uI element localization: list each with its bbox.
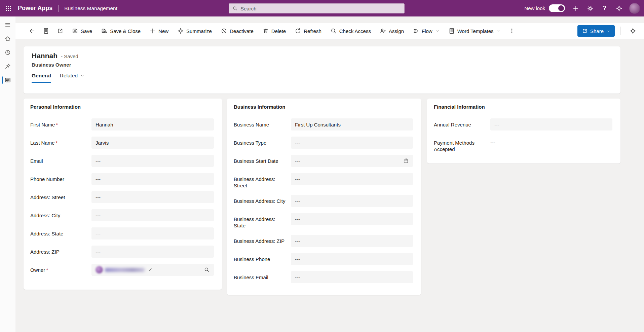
summarize-button[interactable]: Summarize [174, 25, 216, 37]
command-bar-divider [620, 27, 621, 35]
new-label: New [158, 28, 168, 34]
back-button[interactable] [26, 25, 38, 37]
business-start-date-input[interactable]: --- [291, 155, 413, 167]
nav-pinned-button[interactable] [0, 62, 15, 70]
phone-number-label: Phone Number [30, 173, 87, 182]
calendar-icon[interactable] [403, 158, 409, 164]
app-name[interactable]: Power Apps [18, 5, 52, 12]
nav-business-owners-button[interactable] [0, 76, 15, 84]
address-city-input[interactable]: --- [91, 209, 214, 221]
field-row-address-street: Address: Street --- [30, 191, 214, 203]
required-asterisk: * [56, 122, 58, 127]
save-label: Save [81, 28, 92, 34]
record-title: Hannah [32, 52, 58, 60]
new-look-toggle[interactable] [549, 4, 565, 12]
copilot-icon [630, 28, 636, 34]
check-access-button[interactable]: Check Access [327, 25, 375, 37]
refresh-icon [295, 28, 301, 34]
field-row-owner: Owner* [30, 264, 214, 276]
waffle-menu-button[interactable] [0, 0, 16, 16]
chevron-down-icon [80, 73, 85, 78]
new-button[interactable]: New [146, 25, 172, 37]
chevron-down-icon [606, 29, 610, 33]
field-row-address-city: Address: City --- [30, 209, 214, 221]
phone-number-input[interactable]: --- [91, 173, 214, 185]
business-email-input[interactable]: --- [291, 271, 413, 283]
nav-home-button[interactable] [0, 35, 15, 43]
share-button[interactable]: Share [577, 25, 615, 37]
open-in-new-window-button[interactable] [54, 25, 67, 37]
nav-recent-button[interactable] [0, 48, 15, 57]
payment-methods-value[interactable]: --- [490, 137, 612, 146]
form-selector-button[interactable] [40, 25, 52, 37]
trash-icon [262, 28, 269, 34]
deactivate-icon [221, 28, 227, 34]
business-name-label: Business Name [234, 118, 287, 128]
deactivate-button[interactable]: Deactivate [217, 25, 257, 37]
copilot-button[interactable] [613, 3, 625, 14]
remove-owner-button[interactable] [147, 267, 153, 273]
left-nav-rail [0, 16, 15, 332]
annual-revenue-label: Annual Revenue [434, 118, 486, 128]
address-street-input[interactable]: --- [91, 191, 214, 203]
overflow-menu-button[interactable] [505, 25, 518, 37]
global-search-input[interactable]: Search [229, 3, 405, 13]
payment-methods-label: Payment Methods Accepted [434, 137, 486, 152]
financial-card-title: Financial Information [434, 104, 612, 110]
add-button[interactable] [570, 3, 581, 14]
owner-record-chip[interactable] [96, 266, 145, 273]
summarize-label: Summarize [186, 28, 212, 34]
last-name-input[interactable]: Jarvis [91, 137, 214, 149]
address-zip-label: Address: ZIP [30, 246, 87, 255]
chevron-down-icon [435, 29, 440, 33]
delete-button[interactable]: Delete [259, 25, 290, 37]
save-button[interactable]: Save [68, 25, 96, 37]
form-page-icon [43, 28, 49, 34]
user-avatar[interactable] [629, 3, 640, 14]
business-address-city-input[interactable]: --- [291, 195, 413, 207]
nav-collapse-button[interactable] [0, 21, 15, 29]
search-placeholder: Search [240, 6, 257, 11]
field-row-business-start-date: Business Start Date --- [234, 155, 413, 167]
business-type-input[interactable]: --- [291, 137, 413, 149]
top-header: Power Apps Business Management Search Ne… [0, 0, 644, 16]
delete-label: Delete [271, 28, 286, 34]
address-zip-input[interactable]: --- [91, 246, 214, 258]
business-address-street-input[interactable]: --- [291, 173, 413, 185]
flow-button[interactable]: Flow [409, 25, 443, 37]
assign-button[interactable]: Assign [376, 25, 408, 37]
environment-name[interactable]: Business Management [64, 5, 117, 11]
field-row-business-name: Business Name First Up Consultants [234, 118, 413, 131]
business-phone-input[interactable]: --- [291, 253, 413, 265]
business-name-input[interactable]: First Up Consultants [291, 118, 413, 131]
help-button[interactable]: ? [599, 3, 610, 14]
owner-avatar-blurred [96, 266, 103, 273]
address-state-input[interactable]: --- [91, 227, 214, 239]
tab-general[interactable]: General [32, 73, 51, 83]
owner-lookup-input[interactable] [91, 264, 214, 276]
settings-button[interactable] [584, 3, 596, 14]
refresh-button[interactable]: Refresh [291, 25, 325, 37]
word-templates-button[interactable]: Word Templates [445, 25, 504, 37]
search-icon [204, 267, 210, 273]
email-input[interactable]: --- [91, 155, 214, 167]
owner-search-button[interactable] [204, 267, 210, 273]
business-address-zip-input[interactable]: --- [291, 235, 413, 247]
command-bar: Save Save & Close New Summarize Deactiva… [15, 23, 644, 39]
business-address-state-label: Business Address: State [234, 213, 287, 229]
word-templates-label: Word Templates [457, 28, 494, 34]
business-address-state-input[interactable]: --- [291, 213, 413, 225]
annual-revenue-input[interactable]: --- [490, 118, 612, 131]
selected-indicator [2, 76, 3, 84]
tab-related[interactable]: Related [60, 73, 85, 83]
share-icon [582, 28, 588, 34]
first-name-input[interactable]: Hannah [91, 118, 214, 131]
header-right-cluster: New look ? [524, 0, 644, 16]
save-and-close-button[interactable]: Save & Close [97, 25, 144, 37]
required-asterisk: * [46, 267, 48, 273]
copilot-pane-button[interactable] [627, 25, 639, 37]
business-address-zip-label: Business Address: ZIP [234, 235, 287, 244]
field-row-business-address-zip: Business Address: ZIP --- [234, 235, 413, 247]
back-arrow-icon [29, 28, 35, 34]
new-look-label: New look [524, 5, 545, 11]
